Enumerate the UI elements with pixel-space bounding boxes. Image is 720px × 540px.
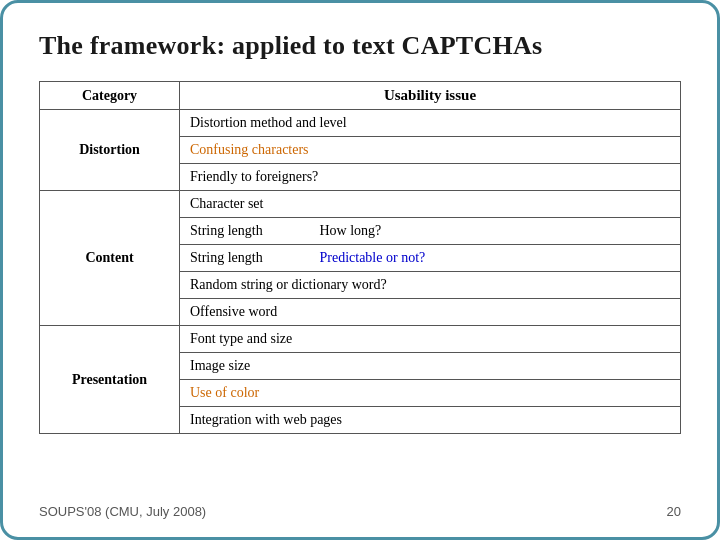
footer: SOUPS'08 (CMU, July 2008) 20 xyxy=(39,504,681,519)
category-presentation: Presentation xyxy=(40,326,180,434)
footer-left: SOUPS'08 (CMU, July 2008) xyxy=(39,504,206,519)
category-content: Content xyxy=(40,191,180,326)
table-row: Presentation Font type and size xyxy=(40,326,681,353)
header-category: Category xyxy=(40,82,180,110)
content-row-predictable: Predictable or not? xyxy=(310,245,681,272)
string-length-label: String length xyxy=(180,218,310,245)
main-table: Category Usability issue Distortion Dist… xyxy=(39,81,681,434)
slide: The framework: applied to text CAPTCHAs … xyxy=(0,0,720,540)
presentation-row-2: Image size xyxy=(180,353,681,380)
distortion-row-1: Distortion method and level xyxy=(180,110,681,137)
content-row-offensive: Offensive word xyxy=(180,299,681,326)
content-row-random: Random string or dictionary word? xyxy=(180,272,681,299)
table-row: Distortion Distortion method and level xyxy=(40,110,681,137)
presentation-row-3: Use of color xyxy=(180,380,681,407)
presentation-row-4: Integration with web pages xyxy=(180,407,681,434)
content-row-howlong: How long? xyxy=(310,218,681,245)
header-usability: Usability issue xyxy=(180,82,681,110)
table-wrapper: Category Usability issue Distortion Dist… xyxy=(39,81,681,494)
string-length-label-2: String length xyxy=(180,245,310,272)
footer-right: 20 xyxy=(667,504,681,519)
category-distortion: Distortion xyxy=(40,110,180,191)
content-row-1: Character set xyxy=(180,191,681,218)
slide-title: The framework: applied to text CAPTCHAs xyxy=(39,31,681,61)
table-row: Content Character set xyxy=(40,191,681,218)
distortion-row-3: Friendly to foreigners? xyxy=(180,164,681,191)
distortion-row-2: Confusing characters xyxy=(180,137,681,164)
presentation-row-1: Font type and size xyxy=(180,326,681,353)
